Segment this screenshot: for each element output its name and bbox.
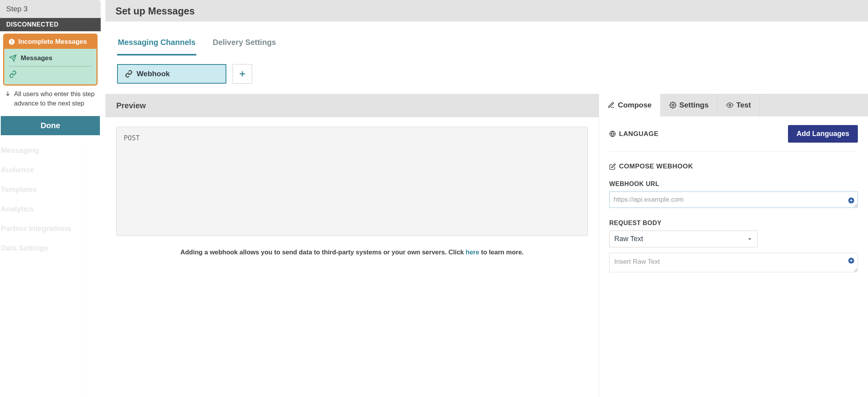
editor-tab-settings[interactable]: Settings	[661, 94, 718, 116]
step-card[interactable]: Incomplete Messages Messages	[3, 34, 98, 86]
step-panel: Step 3 DISCONNECTED Incomplete Messages …	[0, 0, 101, 135]
editor-tabs: Compose Settings Test	[599, 94, 868, 116]
eye-icon	[726, 102, 733, 109]
tab-messaging-channels[interactable]: Messaging Channels	[117, 21, 196, 55]
language-label: LANGUAGE	[609, 130, 658, 138]
paper-plane-icon	[9, 54, 17, 62]
workspace: Preview POST Adding a webhook allows you…	[105, 94, 868, 397]
preview-learn-more-link[interactable]: here	[466, 249, 479, 256]
webhook-url-wrap	[609, 191, 858, 209]
step-note-text: All users who enter this step advance to…	[14, 89, 96, 108]
bg-nav-item: Templates	[0, 180, 82, 199]
preview-pane: Preview POST Adding a webhook allows you…	[105, 94, 599, 397]
editor-tab-test[interactable]: Test	[718, 94, 760, 116]
add-channel-button[interactable]	[233, 64, 252, 84]
raw-insert-button[interactable]	[848, 257, 855, 264]
editor-tab-label: Settings	[679, 101, 709, 109]
editor-tab-label: Test	[736, 101, 751, 109]
svg-point-3	[672, 104, 674, 106]
svg-rect-2	[11, 43, 12, 44]
url-insert-button[interactable]	[848, 197, 855, 204]
step-card-header: Incomplete Messages	[4, 35, 96, 49]
chevron-down-icon	[747, 236, 752, 242]
request-body-select[interactable]: Raw Text	[609, 231, 758, 247]
preview-method: POST	[124, 134, 140, 142]
preview-body: POST Adding a webhook allows you to send…	[105, 117, 599, 397]
channel-row: Webhook	[105, 55, 868, 94]
pencil-icon	[608, 102, 615, 109]
preview-caption-post: to learn more.	[479, 249, 524, 256]
step-header: Step 3	[0, 0, 101, 18]
plus-icon	[238, 70, 246, 78]
webhook-url-input[interactable]	[609, 191, 858, 208]
gear-icon	[669, 102, 676, 109]
main-content: Set up Messages Messaging Channels Deliv…	[105, 0, 868, 397]
preview-box: POST	[116, 127, 588, 236]
raw-text-wrap	[609, 253, 858, 274]
bg-nav-item: Messaging	[0, 141, 82, 160]
tab-delivery-settings[interactable]: Delivery Settings	[212, 21, 277, 55]
page-title: Set up Messages	[116, 5, 858, 17]
step-card-body: Messages	[4, 49, 96, 84]
bg-nav-item: Partner Integrations	[0, 219, 82, 238]
preview-header: Preview	[105, 94, 599, 117]
raw-text-input[interactable]	[609, 253, 858, 272]
channel-webhook[interactable]: Webhook	[117, 64, 226, 84]
request-body-label: REQUEST BODY	[609, 220, 858, 227]
step-card-title: Incomplete Messages	[18, 38, 87, 46]
connection-status: DISCONNECTED	[0, 18, 101, 31]
editor-tab-label: Compose	[618, 101, 652, 109]
plus-circle-icon	[848, 257, 855, 264]
link-icon	[9, 70, 17, 78]
primary-tabs: Messaging Channels Delivery Settings	[105, 21, 868, 55]
add-languages-button[interactable]: Add Languages	[788, 125, 858, 143]
plus-circle-icon	[848, 197, 855, 204]
link-icon	[125, 70, 133, 78]
messages-label: Messages	[21, 54, 52, 62]
svg-point-4	[729, 104, 731, 106]
preview-caption-pre: Adding a webhook allows you to send data…	[180, 249, 466, 256]
globe-icon	[609, 131, 616, 137]
compose-webhook-text: COMPOSE WEBHOOK	[619, 163, 693, 170]
preview-caption: Adding a webhook allows you to send data…	[116, 247, 588, 257]
bg-nav-item: Analytics	[0, 199, 82, 219]
bg-nav-item: Audience	[0, 160, 82, 180]
alert-icon	[8, 38, 15, 45]
bg-nav-item: Data Settings	[0, 238, 82, 258]
editor-body: LANGUAGE Add Languages COMPOSE WEBHOOK W…	[599, 116, 868, 397]
language-label-text: LANGUAGE	[619, 130, 658, 138]
compose-webhook-title: COMPOSE WEBHOOK	[609, 163, 858, 170]
edit-icon	[609, 163, 616, 170]
done-button[interactable]: Done	[1, 116, 100, 135]
language-row: LANGUAGE Add Languages	[609, 125, 858, 152]
divider	[9, 66, 92, 66]
step-card-webhook-row[interactable]	[7, 67, 93, 81]
editor-pane: Compose Settings Test LANGUAGE A	[599, 94, 868, 397]
arrow-down-icon	[5, 91, 11, 97]
editor-tab-compose[interactable]: Compose	[599, 94, 661, 116]
channel-label: Webhook	[137, 70, 170, 78]
request-body-value: Raw Text	[614, 235, 643, 243]
step-note: All users who enter this step advance to…	[5, 89, 96, 108]
svg-rect-1	[11, 40, 12, 43]
step-card-messages-row[interactable]: Messages	[7, 51, 93, 65]
webhook-url-label: WEBHOOK URL	[609, 181, 858, 188]
